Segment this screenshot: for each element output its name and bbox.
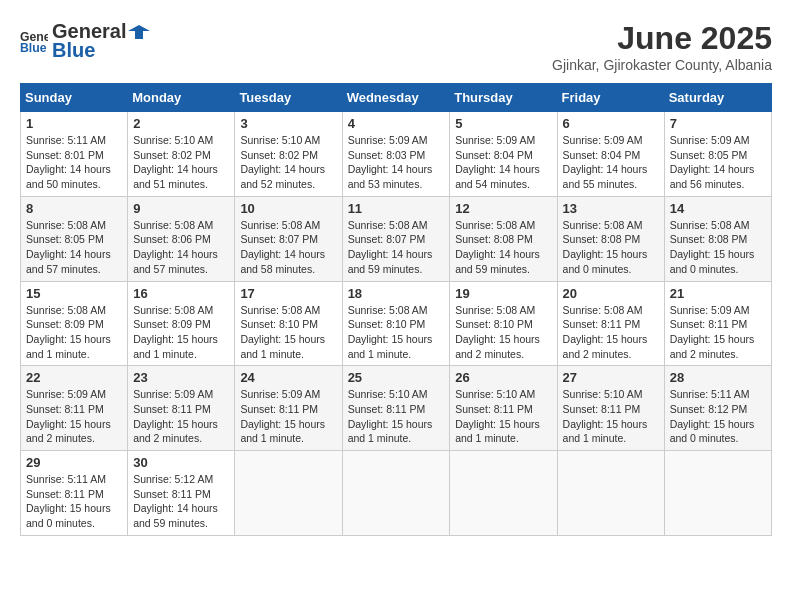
- calendar-cell: 11 Sunrise: 5:08 AM Sunset: 8:07 PM Dayl…: [342, 196, 450, 281]
- calendar-cell: 13 Sunrise: 5:08 AM Sunset: 8:08 PM Dayl…: [557, 196, 664, 281]
- sunrise-text: Sunrise: 5:09 AM: [563, 133, 659, 148]
- sunset-text: Sunset: 8:06 PM: [133, 232, 229, 247]
- sunset-text: Sunset: 8:05 PM: [26, 232, 122, 247]
- calendar-cell: 22 Sunrise: 5:09 AM Sunset: 8:11 PM Dayl…: [21, 366, 128, 451]
- sunset-text: Sunset: 8:08 PM: [455, 232, 551, 247]
- calendar-cell: 20 Sunrise: 5:08 AM Sunset: 8:11 PM Dayl…: [557, 281, 664, 366]
- header-sunday: Sunday: [21, 84, 128, 112]
- day-number: 16: [133, 286, 229, 301]
- daylight-text: Daylight: 14 hours and 59 minutes.: [455, 247, 551, 276]
- day-info: Sunrise: 5:10 AM Sunset: 8:11 PM Dayligh…: [563, 387, 659, 446]
- daylight-text: Daylight: 15 hours and 0 minutes.: [670, 417, 766, 446]
- sunrise-text: Sunrise: 5:11 AM: [26, 133, 122, 148]
- sunrise-text: Sunrise: 5:08 AM: [563, 218, 659, 233]
- month-title: June 2025: [552, 20, 772, 57]
- day-info: Sunrise: 5:10 AM Sunset: 8:11 PM Dayligh…: [455, 387, 551, 446]
- calendar-cell: 25 Sunrise: 5:10 AM Sunset: 8:11 PM Dayl…: [342, 366, 450, 451]
- day-number: 2: [133, 116, 229, 131]
- sunset-text: Sunset: 8:09 PM: [133, 317, 229, 332]
- day-info: Sunrise: 5:09 AM Sunset: 8:05 PM Dayligh…: [670, 133, 766, 192]
- day-number: 13: [563, 201, 659, 216]
- calendar-cell: 4 Sunrise: 5:09 AM Sunset: 8:03 PM Dayli…: [342, 112, 450, 197]
- day-info: Sunrise: 5:09 AM Sunset: 8:11 PM Dayligh…: [240, 387, 336, 446]
- calendar-cell: 7 Sunrise: 5:09 AM Sunset: 8:05 PM Dayli…: [664, 112, 771, 197]
- daylight-text: Daylight: 15 hours and 0 minutes.: [670, 247, 766, 276]
- day-number: 21: [670, 286, 766, 301]
- daylight-text: Daylight: 15 hours and 1 minute.: [133, 332, 229, 361]
- sunset-text: Sunset: 8:10 PM: [348, 317, 445, 332]
- day-number: 26: [455, 370, 551, 385]
- sunrise-text: Sunrise: 5:08 AM: [348, 303, 445, 318]
- daylight-text: Daylight: 14 hours and 58 minutes.: [240, 247, 336, 276]
- sunrise-text: Sunrise: 5:09 AM: [670, 303, 766, 318]
- sunrise-text: Sunrise: 5:08 AM: [26, 218, 122, 233]
- sunrise-text: Sunrise: 5:11 AM: [26, 472, 122, 487]
- calendar-week-2: 8 Sunrise: 5:08 AM Sunset: 8:05 PM Dayli…: [21, 196, 772, 281]
- day-number: 3: [240, 116, 336, 131]
- day-info: Sunrise: 5:10 AM Sunset: 8:02 PM Dayligh…: [240, 133, 336, 192]
- day-info: Sunrise: 5:08 AM Sunset: 8:10 PM Dayligh…: [348, 303, 445, 362]
- sunset-text: Sunset: 8:11 PM: [240, 402, 336, 417]
- daylight-text: Daylight: 14 hours and 57 minutes.: [133, 247, 229, 276]
- day-info: Sunrise: 5:08 AM Sunset: 8:07 PM Dayligh…: [348, 218, 445, 277]
- calendar-cell: 19 Sunrise: 5:08 AM Sunset: 8:10 PM Dayl…: [450, 281, 557, 366]
- day-number: 18: [348, 286, 445, 301]
- sunrise-text: Sunrise: 5:08 AM: [670, 218, 766, 233]
- day-number: 5: [455, 116, 551, 131]
- sunrise-text: Sunrise: 5:08 AM: [133, 218, 229, 233]
- header-saturday: Saturday: [664, 84, 771, 112]
- sunset-text: Sunset: 8:11 PM: [455, 402, 551, 417]
- day-info: Sunrise: 5:08 AM Sunset: 8:09 PM Dayligh…: [26, 303, 122, 362]
- calendar-cell: 30 Sunrise: 5:12 AM Sunset: 8:11 PM Dayl…: [128, 451, 235, 536]
- calendar-cell: 5 Sunrise: 5:09 AM Sunset: 8:04 PM Dayli…: [450, 112, 557, 197]
- header-friday: Friday: [557, 84, 664, 112]
- calendar-cell: 16 Sunrise: 5:08 AM Sunset: 8:09 PM Dayl…: [128, 281, 235, 366]
- sunset-text: Sunset: 8:07 PM: [240, 232, 336, 247]
- sunrise-text: Sunrise: 5:10 AM: [563, 387, 659, 402]
- day-info: Sunrise: 5:11 AM Sunset: 8:12 PM Dayligh…: [670, 387, 766, 446]
- calendar-cell: 12 Sunrise: 5:08 AM Sunset: 8:08 PM Dayl…: [450, 196, 557, 281]
- sunrise-text: Sunrise: 5:08 AM: [240, 303, 336, 318]
- daylight-text: Daylight: 14 hours and 52 minutes.: [240, 162, 336, 191]
- calendar-cell: 8 Sunrise: 5:08 AM Sunset: 8:05 PM Dayli…: [21, 196, 128, 281]
- daylight-text: Daylight: 14 hours and 57 minutes.: [26, 247, 122, 276]
- calendar-cell: 27 Sunrise: 5:10 AM Sunset: 8:11 PM Dayl…: [557, 366, 664, 451]
- calendar-cell: [235, 451, 342, 536]
- calendar-cell: 10 Sunrise: 5:08 AM Sunset: 8:07 PM Dayl…: [235, 196, 342, 281]
- sunrise-text: Sunrise: 5:08 AM: [563, 303, 659, 318]
- calendar-cell: [557, 451, 664, 536]
- calendar-week-5: 29 Sunrise: 5:11 AM Sunset: 8:11 PM Dayl…: [21, 451, 772, 536]
- sunset-text: Sunset: 8:08 PM: [563, 232, 659, 247]
- day-number: 8: [26, 201, 122, 216]
- day-info: Sunrise: 5:08 AM Sunset: 8:10 PM Dayligh…: [240, 303, 336, 362]
- daylight-text: Daylight: 14 hours and 59 minutes.: [348, 247, 445, 276]
- header-monday: Monday: [128, 84, 235, 112]
- sunset-text: Sunset: 8:05 PM: [670, 148, 766, 163]
- sunrise-text: Sunrise: 5:08 AM: [26, 303, 122, 318]
- header-wednesday: Wednesday: [342, 84, 450, 112]
- sunset-text: Sunset: 8:11 PM: [26, 487, 122, 502]
- calendar-cell: [664, 451, 771, 536]
- daylight-text: Daylight: 15 hours and 2 minutes.: [563, 332, 659, 361]
- day-info: Sunrise: 5:08 AM Sunset: 8:10 PM Dayligh…: [455, 303, 551, 362]
- daylight-text: Daylight: 15 hours and 1 minute.: [455, 417, 551, 446]
- day-number: 27: [563, 370, 659, 385]
- day-number: 17: [240, 286, 336, 301]
- calendar-cell: [450, 451, 557, 536]
- sunset-text: Sunset: 8:04 PM: [563, 148, 659, 163]
- calendar-cell: 21 Sunrise: 5:09 AM Sunset: 8:11 PM Dayl…: [664, 281, 771, 366]
- calendar-week-1: 1 Sunrise: 5:11 AM Sunset: 8:01 PM Dayli…: [21, 112, 772, 197]
- day-info: Sunrise: 5:09 AM Sunset: 8:04 PM Dayligh…: [455, 133, 551, 192]
- sunset-text: Sunset: 8:04 PM: [455, 148, 551, 163]
- calendar-cell: 29 Sunrise: 5:11 AM Sunset: 8:11 PM Dayl…: [21, 451, 128, 536]
- day-number: 10: [240, 201, 336, 216]
- day-number: 20: [563, 286, 659, 301]
- sunrise-text: Sunrise: 5:12 AM: [133, 472, 229, 487]
- sunset-text: Sunset: 8:11 PM: [563, 317, 659, 332]
- sunset-text: Sunset: 8:11 PM: [133, 487, 229, 502]
- daylight-text: Daylight: 15 hours and 2 minutes.: [26, 417, 122, 446]
- sunrise-text: Sunrise: 5:09 AM: [455, 133, 551, 148]
- day-info: Sunrise: 5:09 AM Sunset: 8:04 PM Dayligh…: [563, 133, 659, 192]
- day-info: Sunrise: 5:08 AM Sunset: 8:05 PM Dayligh…: [26, 218, 122, 277]
- logo: General Blue General Blue: [20, 20, 150, 62]
